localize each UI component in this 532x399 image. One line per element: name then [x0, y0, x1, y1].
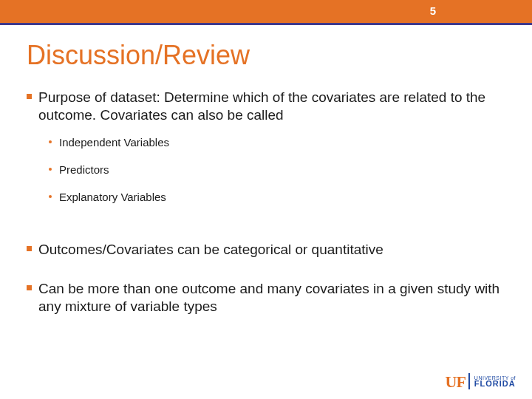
sub-bullet-text: Predictors — [59, 163, 109, 176]
sub-bullet-text: Explanatory Variables — [59, 191, 166, 203]
spacer — [27, 223, 505, 241]
bullet-list: Can be more than one outcome and many co… — [27, 280, 505, 316]
bullet-text: Purpose of dataset: Determine which of t… — [38, 89, 485, 123]
logo-line2: FLORIDA — [474, 381, 516, 388]
dot-bullet-icon — [49, 140, 52, 143]
spacer — [27, 267, 505, 280]
header-bar: 5 — [0, 0, 532, 25]
slide: 5 Discussion/Review Purpose of dataset: … — [0, 0, 532, 399]
sub-bullet-list: Independent Variables Predictors Explana… — [49, 135, 505, 205]
logo-initials-text: UF — [446, 372, 466, 391]
sub-bullet-item: Explanatory Variables — [49, 190, 505, 204]
sub-bullet-text: Independent Variables — [59, 136, 169, 149]
bullet-text: Can be more than one outcome and many co… — [38, 281, 499, 314]
slide-title: Discussion/Review — [27, 40, 505, 71]
square-bullet-icon — [27, 285, 32, 290]
bullet-item: Outcomes/Covariates can be categorical o… — [27, 241, 505, 259]
square-bullet-icon — [27, 94, 32, 99]
bullet-item: Purpose of dataset: Determine which of t… — [27, 89, 505, 204]
dot-bullet-icon — [49, 195, 52, 198]
logo-text: UNIVERSITY of FLORIDA — [474, 376, 516, 388]
page-number: 5 — [430, 4, 436, 17]
sub-bullet-item: Predictors — [49, 163, 505, 177]
logo-divider-icon — [468, 373, 470, 389]
square-bullet-icon — [27, 246, 32, 251]
bullet-list: Outcomes/Covariates can be categorical o… — [27, 241, 505, 259]
dot-bullet-icon — [49, 168, 52, 171]
bullet-text: Outcomes/Covariates can be categorical o… — [38, 242, 383, 257]
sub-bullet-item: Independent Variables — [49, 135, 505, 149]
bullet-list: Purpose of dataset: Determine which of t… — [27, 89, 505, 204]
bullet-item: Can be more than one outcome and many co… — [27, 280, 505, 316]
content-area: Discussion/Review Purpose of dataset: De… — [0, 25, 532, 399]
logo-initials: UF — [446, 372, 470, 392]
uf-logo: UF UNIVERSITY of FLORIDA — [446, 372, 516, 392]
